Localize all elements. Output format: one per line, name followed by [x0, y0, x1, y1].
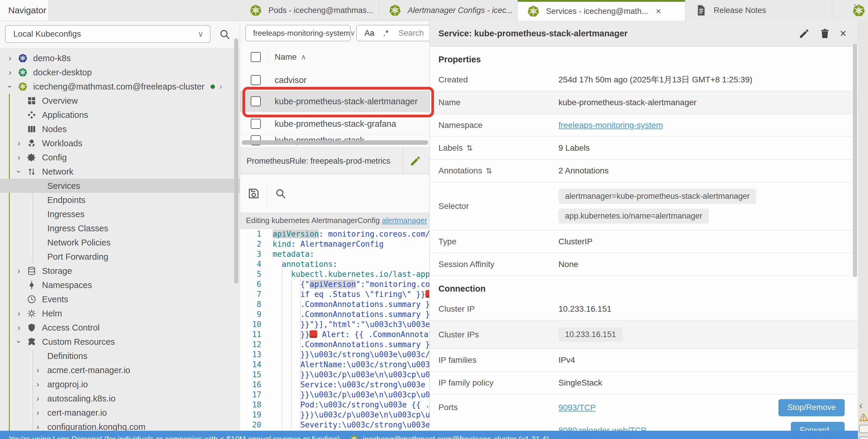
kubeconfig-select[interactable]: Local Kubeconfigs ∨: [5, 25, 211, 43]
sidebar-item-port-forwarding[interactable]: Port Forwarding: [0, 250, 240, 264]
sidebar-item-applications[interactable]: Applications: [0, 108, 240, 122]
active-cluster-label[interactable]: icecheng@mathmast.com@freeleaps-cluster …: [363, 435, 549, 439]
workloads-icon: [25, 138, 38, 148]
sidebar-item-namespaces[interactable]: Namespaces: [0, 278, 240, 292]
tab-release-notes[interactable]: Release Notes: [685, 0, 832, 21]
chevron-right-icon[interactable]: ›: [4, 54, 16, 63]
search-input[interactable]: Aa .* Search: [356, 25, 430, 41]
forward-button[interactable]: Forward...: [791, 422, 845, 431]
chevron-right-icon[interactable]: ›: [32, 394, 44, 403]
sidebar-item-autoscaling-k8s-io[interactable]: ›autoscaling.k8s.io: [0, 392, 240, 406]
sidebar-item-docker-desktop[interactable]: ›docker-desktop: [0, 65, 240, 79]
service-name: kube-prometheus-stack-grafana: [275, 119, 396, 129]
close-icon[interactable]: ×: [840, 27, 846, 40]
sidebar-item-cert-manager-io[interactable]: ›cert-manager.io: [0, 406, 240, 420]
chevron-right-icon[interactable]: ›: [13, 139, 25, 148]
editor-line-4: 4 annotations:: [240, 259, 430, 269]
search-icon[interactable]: [219, 28, 230, 40]
detail-row-type: TypeClusterIP: [430, 230, 858, 253]
chevron-down-icon[interactable]: ›: [14, 336, 24, 348]
tab-overflow-stub[interactable]: ..: [832, 0, 868, 21]
sidebar-item-ingress-classes[interactable]: Ingress Classes: [0, 221, 240, 235]
editor-line-11: 11 }} Alert: {{ .CommonAnnotati: [240, 329, 430, 339]
port-link[interactable]: 8080:reloader-web/TCP: [558, 426, 646, 431]
match-case-toggle[interactable]: Aa: [365, 29, 374, 38]
line-number: 2: [240, 239, 261, 249]
line-code: .CommonAnnotations.summary }}: [273, 339, 430, 349]
chevron-left-icon: ‹: [859, 399, 863, 412]
save-icon[interactable]: [247, 187, 260, 200]
chevron-right-icon[interactable]: ›: [32, 408, 44, 417]
tab-services-icecheng-math[interactable]: Services - icecheng@math...×: [518, 0, 685, 21]
sidebar-item-workloads[interactable]: ›Workloads: [0, 136, 240, 150]
sidebar-item-overview[interactable]: Overview: [0, 94, 240, 108]
sidebar-item-custom-resources[interactable]: ›Custom Resources: [0, 335, 240, 349]
sidebar-item-endpoints[interactable]: Endpoints: [0, 193, 240, 207]
close-icon[interactable]: ×: [656, 6, 661, 16]
tab-pods-icecheng-mathmas[interactable]: Pods - icecheng@mathmas...: [240, 0, 379, 21]
port-link[interactable]: 9093/TCP: [558, 403, 596, 412]
sidebar-scrollbar[interactable]: [234, 38, 238, 283]
sidebar-item-network-policies[interactable]: Network Policies: [0, 235, 240, 250]
sidebar-item-events[interactable]: Events: [0, 292, 240, 306]
clipped-side-widgets: ‹: [858, 21, 868, 439]
details-title: Service: kube-prometheus-stack-alertmana…: [438, 29, 799, 38]
sidebar-item-storage[interactable]: ›Storage: [0, 264, 240, 278]
search-icon[interactable]: [275, 188, 286, 199]
apps-icon: [25, 110, 38, 120]
chevron-right-icon[interactable]: ›: [13, 153, 25, 162]
detail-value: 9 Labels: [558, 143, 590, 153]
details-scrollbar[interactable]: [853, 44, 857, 277]
prometheusrule-dock-tab[interactable]: PrometheusRule: freepeals-prod-metrics: [240, 148, 430, 174]
sidebar-item-helm[interactable]: ›Helm: [0, 306, 240, 320]
edit-pencil-icon[interactable]: [409, 155, 421, 167]
chevron-right-icon[interactable]: ›: [32, 365, 44, 375]
sidebar-item-acme-cert-manager-io[interactable]: ›acme.cert-manager.io: [0, 363, 240, 377]
trash-icon[interactable]: [819, 28, 831, 39]
sidebar-item-services[interactable]: Services: [0, 179, 240, 193]
yaml-editor[interactable]: 1apiVersion: monitoring.coreos.com/v12ki…: [240, 229, 430, 431]
chevron-right-icon[interactable]: ›: [13, 309, 25, 318]
sidebar-item-nodes[interactable]: Nodes: [0, 122, 240, 136]
regex-toggle[interactable]: .*: [383, 29, 389, 38]
sidebar-item-config[interactable]: ›Config: [0, 150, 240, 165]
sidebar-item-icecheng-mathmast-com-freeleaps-cluster[interactable]: ›icecheng@mathmast.com@freeleaps-cluster…: [0, 79, 240, 94]
namespace-select[interactable]: freeleaps-monitoring-system ∨: [245, 25, 351, 41]
detail-label: Cluster IPs: [438, 330, 479, 339]
stop-remove-button[interactable]: Stop/Remove: [778, 399, 845, 416]
sidebar-item-label: acme.cert-manager.io: [47, 365, 130, 375]
sidebar-item-configuration-konghq-com[interactable]: ›configuration.konghq.com: [0, 420, 240, 431]
line-code: .CommonAnnotations.summary }}: [273, 309, 430, 319]
sort-asc-icon[interactable]: ∧: [301, 53, 306, 61]
editing-resource-link[interactable]: alertmanager: [382, 216, 427, 225]
chevron-down-icon[interactable]: ›: [5, 81, 15, 93]
sidebar-item-access-control[interactable]: ›Access Control: [0, 320, 240, 335]
chevron-right-icon[interactable]: ›: [32, 380, 44, 389]
chevron-right-icon[interactable]: ›: [220, 82, 222, 91]
sort-toggle-icon[interactable]: ⇅: [467, 143, 473, 153]
chevron-right-icon[interactable]: ›: [13, 323, 25, 332]
row-checkbox[interactable]: [251, 75, 261, 85]
tab-label: Services - icecheng@math...: [546, 7, 648, 16]
chevron-right-icon[interactable]: ›: [13, 266, 25, 276]
chevron-down-icon[interactable]: ›: [14, 166, 24, 177]
column-header-name[interactable]: Name: [275, 52, 297, 62]
port-row: 8080:reloader-web/TCPForward...: [558, 419, 858, 431]
row-checkbox[interactable]: [251, 119, 261, 129]
editor-line-3: 3metadata:: [240, 249, 430, 259]
chevron-right-icon[interactable]: ›: [32, 422, 44, 431]
namespace-link[interactable]: freeleaps-monitoring-system: [558, 121, 663, 130]
horizontal-scrollbar[interactable]: [242, 140, 428, 145]
chevron-right-icon[interactable]: ›: [4, 68, 16, 77]
tab-alertmanager-configs-icec[interactable]: Alertmanager Configs - icec...: [379, 0, 518, 21]
sidebar-item-ingresses[interactable]: Ingresses: [0, 207, 240, 221]
sidebar-item-label: Storage: [42, 266, 72, 276]
sidebar-item-definitions[interactable]: Definitions: [0, 349, 240, 363]
sidebar-item-label: cert-manager.io: [47, 408, 107, 418]
sort-toggle-icon[interactable]: ⇅: [486, 166, 492, 175]
select-all-checkbox[interactable]: [251, 52, 261, 62]
sidebar-item-demo-k8s[interactable]: ›demo-k8s: [0, 51, 240, 65]
sidebar-item-argoproj-io[interactable]: ›argoproj.io: [0, 377, 240, 392]
sidebar-item-network[interactable]: ›Network: [0, 165, 240, 179]
edit-pencil-icon[interactable]: [799, 28, 810, 39]
